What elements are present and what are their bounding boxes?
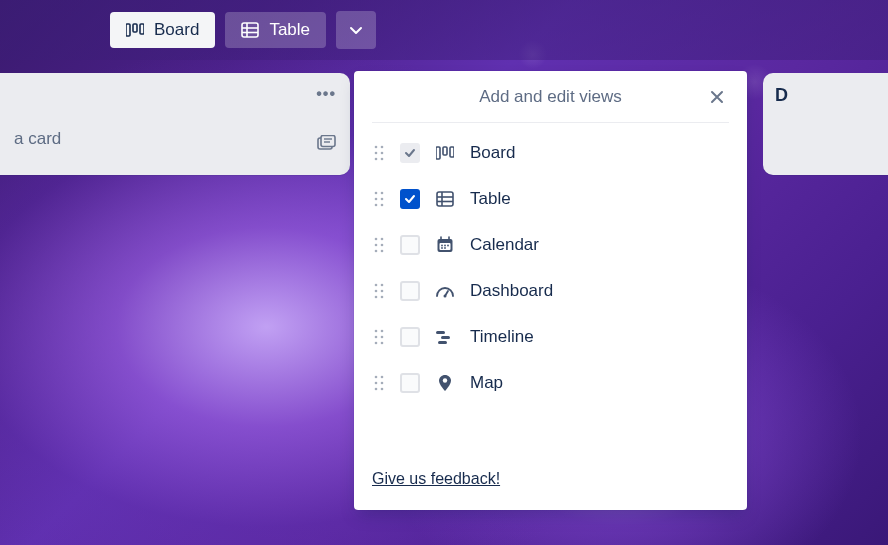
- view-label: Dashboard: [470, 281, 553, 301]
- svg-point-56: [381, 336, 384, 339]
- svg-point-53: [375, 330, 378, 333]
- svg-point-67: [381, 388, 384, 391]
- svg-rect-0: [126, 24, 130, 36]
- view-label: Table: [470, 189, 511, 209]
- svg-point-24: [375, 204, 378, 207]
- view-item-map[interactable]: Map: [372, 373, 729, 393]
- board-tab[interactable]: Board: [110, 12, 215, 48]
- svg-point-48: [381, 290, 384, 293]
- svg-rect-1: [133, 24, 137, 32]
- drag-handle-icon[interactable]: [372, 283, 386, 299]
- dashboard-icon: [434, 283, 456, 299]
- view-item-calendar[interactable]: Calendar: [372, 235, 729, 255]
- svg-point-58: [381, 342, 384, 345]
- view-label: Timeline: [470, 327, 534, 347]
- svg-rect-37: [440, 243, 451, 250]
- svg-rect-60: [441, 336, 450, 339]
- svg-point-45: [375, 284, 378, 287]
- close-button[interactable]: [705, 85, 729, 109]
- timeline-icon: [434, 329, 456, 345]
- view-item-dashboard[interactable]: Dashboard: [372, 281, 729, 301]
- svg-point-55: [375, 336, 378, 339]
- svg-rect-61: [438, 341, 447, 344]
- svg-point-42: [447, 245, 449, 247]
- drag-handle-icon[interactable]: [372, 375, 386, 391]
- view-item-timeline[interactable]: Timeline: [372, 327, 729, 347]
- svg-rect-59: [436, 331, 445, 334]
- svg-point-14: [381, 152, 384, 155]
- svg-point-25: [381, 204, 384, 207]
- svg-point-23: [381, 198, 384, 201]
- svg-point-16: [381, 158, 384, 161]
- views-dropdown-button[interactable]: [336, 11, 376, 49]
- drag-handle-icon[interactable]: [372, 329, 386, 345]
- checkbox-timeline[interactable]: [400, 327, 420, 347]
- list-menu-icon[interactable]: •••: [316, 85, 336, 103]
- table-tab[interactable]: Table: [225, 12, 326, 48]
- svg-point-32: [375, 244, 378, 247]
- svg-point-63: [381, 376, 384, 379]
- template-icon[interactable]: [316, 135, 336, 151]
- list-column-left: ••• a card: [0, 73, 350, 175]
- board-icon: [434, 146, 456, 160]
- svg-rect-3: [242, 23, 258, 37]
- checkbox-table[interactable]: [400, 189, 420, 209]
- svg-rect-8: [321, 136, 335, 147]
- svg-point-41: [444, 245, 446, 247]
- checkbox-dashboard[interactable]: [400, 281, 420, 301]
- svg-point-13: [375, 152, 378, 155]
- list-heading-right: D: [775, 85, 788, 105]
- popover-title: Add and edit views: [479, 87, 622, 107]
- map-icon: [434, 374, 456, 392]
- svg-rect-17: [436, 147, 440, 159]
- svg-point-12: [381, 146, 384, 149]
- svg-point-54: [381, 330, 384, 333]
- svg-point-62: [375, 376, 378, 379]
- svg-rect-2: [140, 24, 144, 34]
- feedback-link[interactable]: Give us feedback!: [372, 450, 729, 510]
- view-item-table[interactable]: Table: [372, 189, 729, 209]
- svg-point-64: [375, 382, 378, 385]
- views-popover: Add and edit views Board: [354, 71, 747, 510]
- svg-point-22: [375, 198, 378, 201]
- svg-point-21: [381, 192, 384, 195]
- svg-point-35: [381, 250, 384, 253]
- svg-point-52: [444, 295, 447, 298]
- checkbox-board[interactable]: [400, 143, 420, 163]
- svg-point-44: [444, 247, 446, 249]
- board-tab-label: Board: [154, 20, 199, 40]
- view-item-board[interactable]: Board: [372, 143, 729, 163]
- svg-rect-18: [443, 147, 447, 155]
- svg-point-46: [381, 284, 384, 287]
- table-icon: [241, 22, 259, 38]
- view-label: Board: [470, 143, 515, 163]
- svg-point-15: [375, 158, 378, 161]
- toolbar: Board Table: [0, 0, 888, 60]
- svg-point-66: [375, 388, 378, 391]
- add-card-text[interactable]: a card: [14, 129, 61, 149]
- drag-handle-icon[interactable]: [372, 145, 386, 161]
- drag-handle-icon[interactable]: [372, 191, 386, 207]
- svg-point-65: [381, 382, 384, 385]
- view-list: Board Table Calendar: [372, 123, 729, 393]
- svg-point-31: [381, 238, 384, 241]
- svg-point-57: [375, 342, 378, 345]
- calendar-icon: [434, 236, 456, 254]
- checkbox-calendar[interactable]: [400, 235, 420, 255]
- checkbox-map[interactable]: [400, 373, 420, 393]
- svg-point-43: [441, 247, 443, 249]
- svg-point-11: [375, 146, 378, 149]
- board-icon: [126, 23, 144, 37]
- list-column-right: D: [763, 73, 888, 175]
- view-label: Map: [470, 373, 503, 393]
- close-icon: [709, 89, 725, 105]
- svg-point-20: [375, 192, 378, 195]
- table-icon: [434, 191, 456, 207]
- svg-rect-26: [437, 192, 453, 206]
- view-label: Calendar: [470, 235, 539, 255]
- drag-handle-icon[interactable]: [372, 237, 386, 253]
- svg-rect-19: [450, 147, 454, 157]
- svg-point-49: [375, 296, 378, 299]
- svg-point-68: [443, 378, 447, 382]
- svg-point-50: [381, 296, 384, 299]
